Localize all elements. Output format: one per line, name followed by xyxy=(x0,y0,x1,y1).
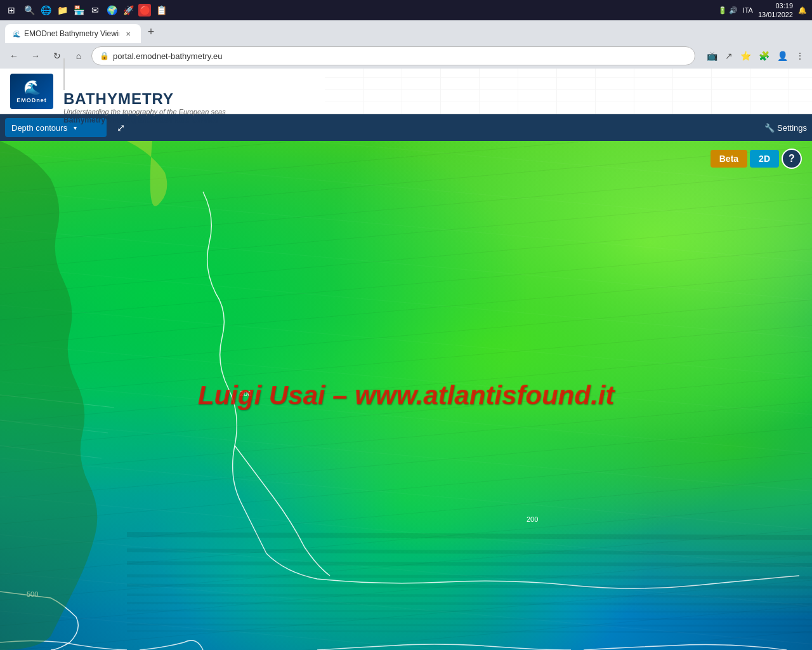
svg-line-11 xyxy=(127,563,812,565)
app-header: 🌊 EMODnet BATHYMETRY Understanding the t… xyxy=(0,69,812,114)
logo-brand: EMODnet xyxy=(16,97,47,103)
taskbar-notifications-icon[interactable]: 🔔 xyxy=(798,6,807,15)
help-button[interactable]: ? xyxy=(782,149,802,169)
search-taskbar-icon[interactable]: 🔍 xyxy=(23,4,36,17)
svg-line-14 xyxy=(127,595,812,597)
header-background-pattern xyxy=(325,69,812,114)
taskbar-right: 🔋 🔊 ITA 03:19 13/01/2022 🔔 xyxy=(718,1,807,20)
store-taskbar-icon[interactable]: 🏪 xyxy=(72,4,85,17)
svg-line-13 xyxy=(127,585,812,587)
dropdown-chevron-icon: ▾ xyxy=(74,124,77,131)
mail-taskbar-icon[interactable]: ✉ xyxy=(89,4,102,17)
tab-close-button[interactable]: ✕ xyxy=(123,29,133,39)
extensions-icon[interactable]: 🧩 xyxy=(756,48,772,63)
clipboard-taskbar-icon[interactable]: 📋 xyxy=(155,4,167,17)
svg-line-17 xyxy=(127,618,812,620)
bookmark-icon[interactable]: ⭐ xyxy=(738,48,754,63)
browser-tab-bar: 🌊 EMODnet Bathymetry Viewing a... ✕ + xyxy=(0,20,812,43)
settings-button[interactable]: 🔧 Settings xyxy=(764,123,807,133)
2d-button[interactable]: 2D xyxy=(750,150,779,168)
svg-line-12 xyxy=(127,576,812,578)
beta-button[interactable]: Beta xyxy=(710,150,747,168)
share-icon[interactable]: ↗ xyxy=(723,48,735,63)
tab-title: EMODnet Bathymetry Viewing a... xyxy=(24,29,119,38)
svg-line-19 xyxy=(127,631,812,632)
files-taskbar-icon[interactable]: 📁 xyxy=(56,4,69,17)
rocket-taskbar-icon[interactable]: 🚀 xyxy=(122,4,134,17)
maps-taskbar-icon[interactable]: 🌍 xyxy=(105,4,118,17)
app-title: BATHYMETRY xyxy=(63,90,226,108)
taskbar-time: 03:19 13/01/2022 xyxy=(758,1,793,20)
svg-text:200: 200 xyxy=(527,515,538,523)
svg-line-18 xyxy=(127,625,812,626)
start-button[interactable]: ⊞ xyxy=(5,4,18,17)
taskbar-system-icons: 🔋 🔊 xyxy=(718,6,738,15)
settings-label: Settings xyxy=(777,123,807,133)
taskbar-pinned-icons: 🔍 🌐 📁 🏪 ✉ 🌍 🚀 🔴 📋 xyxy=(23,4,167,17)
new-tab-button[interactable]: + xyxy=(142,23,160,41)
map-container[interactable]: 200 200 500 400 400 1000 xyxy=(0,141,812,650)
app-subtitle: Understanding the topography of the Euro… xyxy=(63,108,226,116)
logo-text-area: BATHYMETRY Understanding the topography … xyxy=(63,58,226,124)
svg-line-10 xyxy=(127,550,812,554)
taskbar-lang: ITA xyxy=(743,6,753,14)
depth-contours-label: Depth contours xyxy=(11,123,67,133)
cast-icon[interactable]: 📺 xyxy=(704,48,720,63)
app-service: Bathymetry Viewing and Download service xyxy=(63,116,226,124)
browser-tab-active[interactable]: 🌊 EMODnet Bathymetry Viewing a... ✕ xyxy=(5,24,141,43)
taskbar-left: ⊞ 🔍 🌐 📁 🏪 ✉ 🌍 🚀 🔴 📋 xyxy=(5,4,167,17)
taskbar: ⊞ 🔍 🌐 📁 🏪 ✉ 🌍 🚀 🔴 📋 🔋 🔊 ITA 03:19 13/01/… xyxy=(0,0,812,20)
svg-line-9 xyxy=(127,534,812,538)
app-taskbar-icon[interactable]: 🔴 xyxy=(138,4,151,17)
address-bar-icons: 📺 ↗ ⭐ 🧩 👤 ⋮ xyxy=(704,48,807,63)
map-overlay-buttons: Beta 2D ? xyxy=(710,149,802,169)
logo-area: 🌊 EMODnet BATHYMETRY Understanding the t… xyxy=(10,58,226,124)
emodnet-logo[interactable]: 🌊 EMODnet xyxy=(10,74,53,109)
svg-text:200: 200 xyxy=(240,390,251,397)
profile-icon[interactable]: 👤 xyxy=(775,48,790,63)
tab-favicon: 🌊 xyxy=(13,30,20,37)
svg-line-15 xyxy=(127,603,812,604)
browser-taskbar-icon[interactable]: 🌐 xyxy=(39,4,52,17)
settings-icon: 🔧 xyxy=(764,123,775,133)
menu-icon[interactable]: ⋮ xyxy=(793,48,807,63)
logo-icon: 🌊 xyxy=(23,79,41,96)
svg-line-16 xyxy=(127,611,812,612)
contour-lines-svg: 200 200 500 400 400 1000 xyxy=(0,141,812,650)
